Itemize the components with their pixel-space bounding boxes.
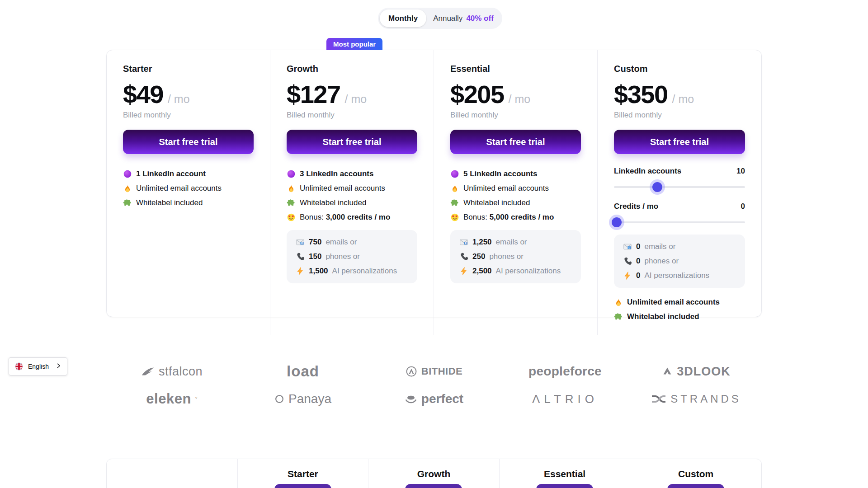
credits-mo-slider-thumb[interactable] (612, 217, 622, 227)
logo-wordmark: Panaya (288, 392, 331, 406)
plan-feature: Whitelabel included (287, 198, 417, 207)
credit-row: E0emails or (623, 242, 736, 251)
pricing-cards-container: Starter$49/ moBilled monthlyStart free t… (106, 50, 762, 317)
slider-group-credits-mo: Credits / mo0 (614, 202, 745, 227)
logo-wordmark: eleken (146, 391, 191, 407)
plan-period: / mo (509, 93, 531, 106)
credit-label: emails or (496, 238, 527, 247)
bithide-circle-icon (406, 366, 417, 377)
logo-eleken: eleken° (146, 391, 197, 407)
start-free-trial-button[interactable]: Start free trial (450, 130, 581, 154)
plan-name: Essential (450, 64, 581, 74)
slider-head: LinkedIn accounts10 (614, 167, 745, 176)
credit-value: 0 (636, 242, 640, 251)
comparison-column-growth: Growth (368, 459, 500, 488)
puzzle-icon (287, 198, 296, 207)
plan-feature: Unlimited email accounts (123, 184, 254, 193)
plan-feature: Unlimited email accounts (450, 184, 581, 193)
phone-icon (296, 252, 305, 261)
credit-row: 0phones or (623, 257, 736, 266)
logo-stfalcon: stfalcon (141, 365, 203, 379)
slider-value: 10 (736, 167, 745, 176)
credit-row: 2,500AI personalizations (459, 267, 572, 276)
logo-altrio: ΛLTRIO (532, 392, 598, 406)
credit-label: AI personalizations (496, 267, 561, 276)
comparison-column-custom: Custom (630, 459, 761, 488)
start-free-trial-button[interactable]: Start free trial (123, 130, 254, 154)
billing-note: Billed monthly (123, 111, 254, 120)
comparison-plan-name: Custom (678, 469, 713, 479)
logo-wordmark: peopleforce (528, 364, 602, 379)
puzzle-icon (614, 312, 623, 321)
comparison-column-starter: Starter (238, 459, 369, 488)
toggle-annually[interactable]: Annually 40% off (426, 14, 500, 23)
credit-row: E1,250emails or (459, 238, 572, 247)
logo-threedlook: 3DLOOK (662, 365, 731, 379)
feature-text: 5 LinkedIn accounts (463, 169, 537, 178)
slider-track (614, 186, 745, 188)
logo-wordmark: STRANDS (670, 393, 741, 405)
slider-label: Credits / mo (614, 202, 658, 211)
plan-features: 5 LinkedIn accountsUnlimited email accou… (450, 169, 581, 222)
credit-label: phones or (489, 252, 524, 261)
plan-features: Unlimited email accountsWhitelabel inclu… (614, 298, 745, 321)
phone-icon (623, 257, 632, 266)
linkedin-accounts-slider[interactable] (614, 182, 745, 192)
linkedin-accounts-slider-thumb[interactable] (652, 182, 662, 192)
plan-features: 1 LinkedIn accountUnlimited email accoun… (123, 169, 254, 207)
credit-label: emails or (326, 238, 357, 247)
svg-text:E: E (465, 242, 467, 244)
credit-row: 0AI personalizations (623, 271, 736, 280)
plan-card-growth: Growth$127/ moBilled monthlyStart free t… (270, 50, 434, 335)
threedlook-triangle-icon (662, 366, 673, 377)
credit-value: 0 (636, 257, 640, 266)
start-free-trial-button[interactable]: Start free trial (614, 130, 745, 154)
customer-logos: stfalconloadBITHIDEpeopleforce3DLOOKelek… (106, 363, 762, 407)
plan-feature: Unlimited email accounts (614, 298, 745, 307)
comparison-cta-button[interactable] (405, 484, 462, 488)
logo-bithide: BITHIDE (406, 366, 463, 377)
plan-price-row: $205/ mo (450, 80, 581, 109)
feature-text: Whitelabel included (627, 312, 699, 321)
feature-text: Unlimited email accounts (627, 298, 720, 307)
fire-icon (287, 184, 296, 193)
credit-value: 1,500 (309, 267, 328, 276)
puzzle-icon (450, 198, 459, 207)
credits-mo-slider[interactable] (614, 217, 745, 227)
credit-label: AI personalizations (644, 271, 709, 280)
comparison-cta-button[interactable] (667, 484, 724, 488)
purple-circle-icon (123, 169, 132, 178)
svg-text:E: E (301, 242, 303, 244)
slider-value: 0 (741, 202, 745, 211)
plan-feature: Bonus: 3,000 credits / mo (287, 213, 417, 222)
logo-wordmark: 3DLOOK (677, 365, 731, 379)
phone-icon (459, 252, 468, 261)
start-free-trial-button[interactable]: Start free trial (287, 130, 417, 154)
puzzle-icon (123, 198, 132, 207)
credits-equivalence-box: E1,250emails or250phones or2,500AI perso… (450, 230, 581, 283)
feature-text: 3 LinkedIn accounts (300, 169, 373, 178)
credit-value: 250 (472, 252, 485, 261)
logo-wordmark: load (287, 363, 319, 380)
plan-feature: 5 LinkedIn accounts (450, 169, 581, 178)
toggle-monthly[interactable]: Monthly (380, 9, 426, 27)
feature-text: Unlimited email accounts (136, 184, 222, 193)
feature-text: Unlimited email accounts (300, 184, 385, 193)
strands-cross-icon (651, 394, 666, 404)
logo-strands: STRANDS (651, 393, 741, 405)
comparison-feature-column (107, 459, 238, 488)
comparison-cta-button[interactable] (536, 484, 593, 488)
credits-equivalence-box: E750emails or150phones or1,500AI persona… (287, 230, 417, 283)
plan-feature: Whitelabel included (123, 198, 254, 207)
credit-row: 250phones or (459, 252, 572, 261)
stfalcon-bird-icon (141, 366, 155, 377)
comparison-cta-button[interactable] (274, 484, 331, 488)
language-selector[interactable]: English (9, 357, 67, 375)
logo-wordmark: ΛLTRIO (532, 392, 598, 406)
plan-feature: Unlimited email accounts (287, 184, 417, 193)
plan-period: / mo (168, 93, 190, 106)
email-icon: E (459, 238, 468, 247)
monthly-label: Monthly (388, 14, 418, 23)
slider-head: Credits / mo0 (614, 202, 745, 211)
feature-text: Whitelabel included (463, 198, 530, 207)
